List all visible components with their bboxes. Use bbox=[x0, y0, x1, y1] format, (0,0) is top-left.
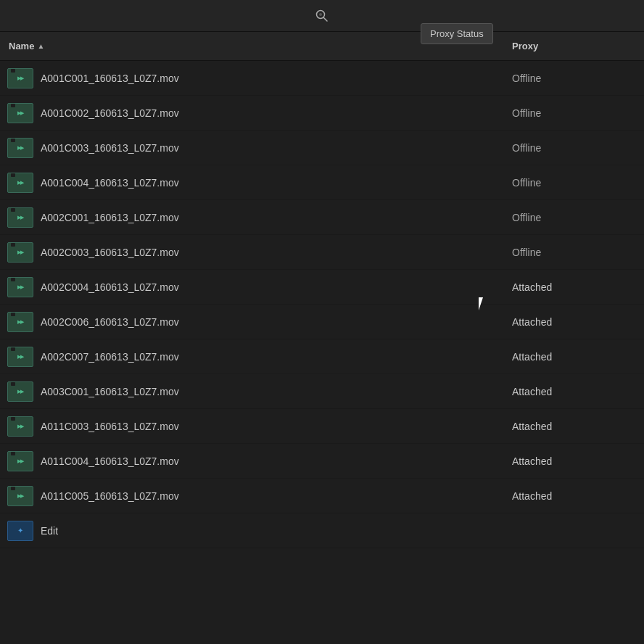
row-proxy-status: Offline bbox=[506, 212, 622, 223]
row-proxy-status: Attached bbox=[506, 351, 622, 363]
rows-container: A001C001_160613_L0Z7.movOfflineA001C002_… bbox=[0, 61, 644, 513]
row-icon-cell bbox=[0, 173, 41, 193]
table-row[interactable]: A002C001_160613_L0Z7.movOffline bbox=[0, 200, 644, 235]
svg-line-1 bbox=[324, 17, 328, 21]
table-row[interactable]: A011C005_160613_L0Z7.movAttached bbox=[0, 479, 644, 513]
col-name-header[interactable]: Name ▲ bbox=[0, 41, 506, 51]
row-filename: A002C003_160613_L0Z7.mov bbox=[41, 247, 506, 258]
edit-label: Edit bbox=[41, 525, 58, 537]
row-filename: A002C004_160613_L0Z7.mov bbox=[41, 281, 506, 293]
top-bar bbox=[0, 0, 644, 32]
clip-icon bbox=[7, 451, 33, 471]
row-proxy-status: Offline bbox=[506, 107, 622, 119]
table-container: Name ▲ Proxy A001C001_160613_L0Z7.movOff… bbox=[0, 32, 644, 644]
row-icon-cell bbox=[0, 103, 41, 123]
row-filename: A002C007_160613_L0Z7.mov bbox=[41, 351, 506, 363]
col-proxy-header[interactable]: Proxy bbox=[506, 41, 622, 51]
row-proxy-status: Offline bbox=[506, 177, 622, 189]
row-filename: A011C005_160613_L0Z7.mov bbox=[41, 490, 506, 502]
row-icon-cell bbox=[0, 486, 41, 506]
row-icon-cell bbox=[0, 207, 41, 228]
row-proxy-status: Offline bbox=[506, 73, 622, 84]
row-icon-cell bbox=[0, 312, 41, 332]
row-icon-cell bbox=[0, 451, 41, 471]
row-proxy-status: Attached bbox=[506, 490, 622, 502]
clip-icon bbox=[7, 138, 33, 158]
clip-icon bbox=[7, 277, 33, 297]
clip-icon bbox=[7, 312, 33, 332]
row-icon-cell bbox=[0, 416, 41, 437]
table-row[interactable]: A003C001_160613_L0Z7.movAttached bbox=[0, 374, 644, 409]
clip-icon bbox=[7, 173, 33, 193]
table-row[interactable]: A011C003_160613_L0Z7.movAttached bbox=[0, 409, 644, 444]
row-icon-cell bbox=[0, 381, 41, 402]
row-icon-cell bbox=[0, 277, 41, 297]
sort-arrow-icon: ▲ bbox=[37, 42, 44, 50]
search-icon[interactable] bbox=[310, 4, 334, 28]
row-proxy-status: Attached bbox=[506, 316, 622, 328]
table-row[interactable]: A001C002_160613_L0Z7.movOffline bbox=[0, 96, 644, 131]
edit-icon-cell bbox=[0, 521, 41, 541]
row-proxy-status: Attached bbox=[506, 421, 622, 432]
table-row[interactable]: A002C004_160613_L0Z7.movAttached bbox=[0, 270, 644, 305]
table-row[interactable]: A002C006_160613_L0Z7.movAttached bbox=[0, 305, 644, 339]
name-label: Name bbox=[9, 41, 34, 51]
row-filename: A002C006_160613_L0Z7.mov bbox=[41, 316, 506, 328]
clip-icon bbox=[7, 68, 33, 88]
row-icon-cell bbox=[0, 68, 41, 88]
table-header: Name ▲ Proxy bbox=[0, 32, 644, 61]
clip-icon bbox=[7, 416, 33, 437]
table-row[interactable]: A011C004_160613_L0Z7.movAttached bbox=[0, 444, 644, 479]
row-filename: A001C001_160613_L0Z7.mov bbox=[41, 73, 506, 84]
row-proxy-status: Attached bbox=[506, 455, 622, 467]
row-filename: A011C003_160613_L0Z7.mov bbox=[41, 421, 506, 432]
row-filename: A002C001_160613_L0Z7.mov bbox=[41, 212, 506, 223]
row-icon-cell bbox=[0, 138, 41, 158]
table-row[interactable]: A001C004_160613_L0Z7.movOffline bbox=[0, 165, 644, 200]
table-row[interactable]: A002C003_160613_L0Z7.movOffline bbox=[0, 235, 644, 270]
clip-icon bbox=[7, 381, 33, 402]
svg-point-2 bbox=[319, 13, 322, 16]
proxy-label: Proxy bbox=[512, 41, 538, 51]
row-filename: A001C004_160613_L0Z7.mov bbox=[41, 177, 506, 189]
row-proxy-status: Offline bbox=[506, 142, 622, 154]
row-filename: A001C003_160613_L0Z7.mov bbox=[41, 142, 506, 154]
table-row[interactable]: A002C007_160613_L0Z7.movAttached bbox=[0, 339, 644, 374]
clip-icon bbox=[7, 486, 33, 506]
row-proxy-status: Attached bbox=[506, 281, 622, 293]
edit-row[interactable]: Edit bbox=[0, 513, 644, 548]
row-proxy-status: Offline bbox=[506, 247, 622, 258]
row-filename: A011C004_160613_L0Z7.mov bbox=[41, 455, 506, 467]
row-icon-cell bbox=[0, 242, 41, 263]
clip-icon bbox=[7, 242, 33, 263]
row-filename: A003C001_160613_L0Z7.mov bbox=[41, 386, 506, 397]
table-row[interactable]: A001C001_160613_L0Z7.movOffline bbox=[0, 61, 644, 96]
row-filename: A001C002_160613_L0Z7.mov bbox=[41, 107, 506, 119]
row-proxy-status: Attached bbox=[506, 386, 622, 397]
clip-icon bbox=[7, 207, 33, 228]
row-icon-cell bbox=[0, 347, 41, 367]
table-row[interactable]: A001C003_160613_L0Z7.movOffline bbox=[0, 131, 644, 165]
edit-clip-icon bbox=[7, 521, 33, 541]
clip-icon bbox=[7, 347, 33, 367]
clip-icon bbox=[7, 103, 33, 123]
